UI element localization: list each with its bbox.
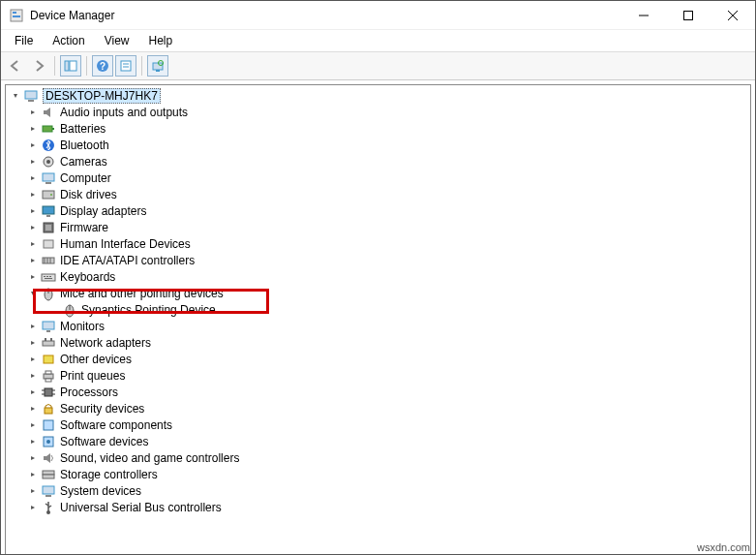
svg-rect-4 xyxy=(684,12,693,20)
tree-category[interactable]: ▸ Sound, video and game controllers xyxy=(6,449,750,466)
category-label: Batteries xyxy=(60,122,106,136)
svg-rect-48 xyxy=(43,341,54,346)
chevron-right-icon[interactable]: ▸ xyxy=(27,123,39,135)
chevron-right-icon[interactable]: ▸ xyxy=(27,172,39,184)
svg-rect-29 xyxy=(46,215,50,217)
watermark: wsxdn.com xyxy=(697,541,750,553)
tree-category[interactable]: ▸ Bluetooth xyxy=(6,137,750,153)
properties-button[interactable] xyxy=(115,55,136,77)
svg-rect-52 xyxy=(44,374,53,379)
chevron-right-icon[interactable]: ▸ xyxy=(27,238,39,250)
chevron-right-icon[interactable]: ▸ xyxy=(27,403,39,415)
tree-category[interactable]: ▸ Computer xyxy=(6,170,750,186)
tree-category[interactable]: ▸ Monitors xyxy=(6,318,750,334)
category-label: Bluetooth xyxy=(60,139,109,152)
tree-category[interactable]: ▸ Security devices xyxy=(6,400,750,416)
svg-rect-26 xyxy=(43,191,54,199)
chevron-right-icon[interactable]: ▸ xyxy=(27,337,39,349)
svg-rect-47 xyxy=(46,330,50,332)
tree-category[interactable]: ▸ Storage controllers xyxy=(6,466,750,482)
chevron-right-icon[interactable]: ▸ xyxy=(27,502,39,513)
tree-category[interactable]: ▸ Human Interface Devices xyxy=(6,235,750,252)
minimize-button[interactable] xyxy=(621,1,666,30)
tree-category[interactable]: ▸ Batteries xyxy=(6,120,750,137)
chevron-right-icon[interactable]: ▸ xyxy=(27,271,39,283)
category-label: Software components xyxy=(60,418,172,432)
svg-point-27 xyxy=(50,194,52,196)
computer-icon xyxy=(41,170,56,186)
svg-rect-41 xyxy=(45,278,52,279)
chevron-down-icon[interactable]: ▾ xyxy=(10,90,21,102)
category-label: Processors xyxy=(60,385,118,399)
back-button[interactable] xyxy=(5,55,26,77)
tree-category[interactable]: ▸ Processors xyxy=(6,384,750,400)
tree-category[interactable]: ▸ Firmware xyxy=(6,219,750,235)
menu-file[interactable]: File xyxy=(7,32,41,49)
category-label: IDE ATA/ATAPI controllers xyxy=(60,254,195,267)
menu-action[interactable]: Action xyxy=(45,32,92,49)
tree-category[interactable]: ▸ Network adapters xyxy=(6,334,750,351)
show-hide-tree-button[interactable] xyxy=(60,55,81,77)
chevron-right-icon[interactable]: ▸ xyxy=(27,222,39,233)
mouse-icon xyxy=(41,286,56,301)
menu-help[interactable]: Help xyxy=(141,32,181,49)
tree-category-mice[interactable]: ▾ Mice and other pointing devices xyxy=(6,285,750,301)
tree-category[interactable]: ▸ System devices xyxy=(6,482,750,499)
chevron-right-icon[interactable]: ▸ xyxy=(27,485,39,497)
svg-rect-31 xyxy=(45,225,51,231)
category-label: Other devices xyxy=(60,353,132,366)
chevron-right-icon[interactable]: ▸ xyxy=(27,156,39,168)
chevron-right-icon[interactable]: ▸ xyxy=(27,386,39,398)
security-icon xyxy=(41,401,56,416)
category-label: Cameras xyxy=(60,155,107,169)
chevron-right-icon[interactable]: ▸ xyxy=(27,139,39,151)
tree-category[interactable]: ▸ Cameras xyxy=(6,153,750,170)
chevron-right-icon[interactable]: ▸ xyxy=(27,189,39,200)
forward-button[interactable] xyxy=(28,55,49,77)
menubar: File Action View Help xyxy=(1,30,755,52)
tree-category[interactable]: ▸ Audio inputs and outputs xyxy=(6,104,750,120)
help-button[interactable]: ? xyxy=(92,55,113,77)
tree-category[interactable]: ▸ Other devices xyxy=(6,351,750,367)
chevron-right-icon[interactable]: ▸ xyxy=(27,255,39,266)
maximize-button[interactable] xyxy=(666,1,711,30)
titlebar: Device Manager xyxy=(1,1,755,30)
chevron-right-icon[interactable]: ▸ xyxy=(27,205,39,217)
chevron-right-icon[interactable]: ▸ xyxy=(27,452,39,464)
display-icon xyxy=(41,203,56,219)
tree-category[interactable]: ▸ IDE ATA/ATAPI controllers xyxy=(6,252,750,268)
svg-rect-1 xyxy=(13,12,16,14)
svg-rect-8 xyxy=(70,61,76,71)
svg-point-63 xyxy=(46,440,50,444)
computer-icon xyxy=(23,88,39,104)
camera-icon xyxy=(41,154,56,170)
svg-rect-65 xyxy=(43,475,54,478)
tree-category[interactable]: ▸ Keyboards xyxy=(6,268,750,285)
tree-category[interactable]: ▸ Software components xyxy=(6,416,750,433)
tree-category[interactable]: ▸ Disk drives xyxy=(6,186,750,202)
svg-point-23 xyxy=(46,160,50,164)
chevron-right-icon[interactable]: ▸ xyxy=(27,107,39,118)
device-tree[interactable]: ▾ DESKTOP-MHJ7HK7 ▸ Audio inputs and out… xyxy=(6,85,750,555)
chevron-right-icon[interactable]: ▸ xyxy=(27,321,39,332)
tree-root[interactable]: ▾ DESKTOP-MHJ7HK7 xyxy=(6,87,750,104)
chevron-right-icon[interactable]: ▸ xyxy=(27,469,39,480)
software-device-icon xyxy=(41,434,56,449)
menu-view[interactable]: View xyxy=(97,32,137,49)
svg-rect-54 xyxy=(45,379,51,382)
close-button[interactable] xyxy=(711,1,755,30)
tree-device[interactable]: Synaptics Pointing Device xyxy=(6,301,750,318)
tree-category[interactable]: ▸ Software devices xyxy=(6,433,750,449)
toolbar-separator xyxy=(141,56,142,76)
chevron-right-icon[interactable]: ▸ xyxy=(27,436,39,447)
tree-category[interactable]: ▸ Display adapters xyxy=(6,202,750,219)
chevron-right-icon[interactable]: ▸ xyxy=(27,354,39,365)
tree-category[interactable]: ▸ Print queues xyxy=(6,367,750,384)
chevron-right-icon[interactable]: ▸ xyxy=(27,419,39,431)
tree-category[interactable]: ▸ Universal Serial Bus controllers xyxy=(6,499,750,515)
scan-hardware-button[interactable] xyxy=(147,55,168,77)
chevron-right-icon[interactable]: ▸ xyxy=(27,370,39,382)
chevron-down-icon[interactable]: ▾ xyxy=(27,288,39,299)
toolbar: ? xyxy=(1,52,755,80)
svg-rect-19 xyxy=(43,126,52,132)
